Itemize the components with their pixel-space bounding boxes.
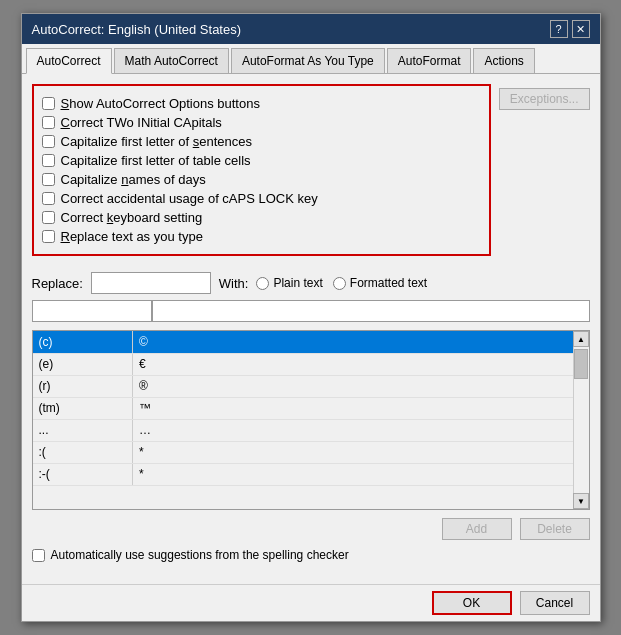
tab-content: Show AutoCorrect Options buttons Correct… <box>22 74 600 584</box>
delete-button[interactable]: Delete <box>520 518 590 540</box>
options-box: Show AutoCorrect Options buttons Correct… <box>32 84 491 256</box>
exceptions-button[interactable]: Exceptions... <box>499 88 590 110</box>
tab-actions[interactable]: Actions <box>473 48 534 73</box>
title-bar-buttons: ? ✕ <box>550 20 590 38</box>
footer-check-row: Automatically use suggestions from the s… <box>32 548 590 562</box>
cancel-button[interactable]: Cancel <box>520 591 590 615</box>
table-row[interactable]: :(* <box>33 441 573 463</box>
caps-lock-label: Correct accidental usage of cAPS LOCK ke… <box>61 191 318 206</box>
scroll-up-arrow[interactable]: ▲ <box>573 331 589 347</box>
replace-value-input[interactable] <box>32 300 152 322</box>
tab-bar: AutoCorrect Math AutoCorrect AutoFormat … <box>22 44 600 74</box>
ok-button[interactable]: OK <box>432 591 512 615</box>
scrollbar[interactable]: ▲ ▼ <box>573 331 589 509</box>
capitalize-sentences-checkbox[interactable] <box>42 135 55 148</box>
capitalize-table-checkbox[interactable] <box>42 154 55 167</box>
option-row-0: Show AutoCorrect Options buttons <box>42 96 481 111</box>
scroll-down-arrow[interactable]: ▼ <box>573 493 589 509</box>
plain-text-radio-label: Plain text <box>256 276 322 290</box>
plain-text-label: Plain text <box>273 276 322 290</box>
option-row-1: Correct TWo INitial CApitals <box>42 115 481 130</box>
with-label: With: <box>219 276 249 291</box>
table-row[interactable]: (tm)™ <box>33 397 573 419</box>
scroll-thumb[interactable] <box>574 349 588 379</box>
correct-two-initials-checkbox[interactable] <box>42 116 55 129</box>
keyboard-setting-checkbox[interactable] <box>42 211 55 224</box>
bottom-buttons: OK Cancel <box>22 584 600 621</box>
show-autocorrect-label: Show AutoCorrect Options buttons <box>61 96 260 111</box>
option-row-6: Correct keyboard setting <box>42 210 481 225</box>
formatted-text-radio[interactable] <box>333 277 346 290</box>
tab-autoformat[interactable]: AutoFormat <box>387 48 472 73</box>
replace-table-container: (c)©(e)€(r)®(tm)™...…:(*:-(* ▲ ▼ <box>32 330 590 510</box>
tab-autocorrect[interactable]: AutoCorrect <box>26 48 112 74</box>
replace-text-label: Replace text as you type <box>61 229 203 244</box>
tab-autoformat-as-you-type[interactable]: AutoFormat As You Type <box>231 48 385 73</box>
replace-input[interactable] <box>91 272 211 294</box>
formatted-text-label: Formatted text <box>350 276 427 290</box>
option-row-3: Capitalize first letter of table cells <box>42 153 481 168</box>
option-row-4: Capitalize names of days <box>42 172 481 187</box>
close-button[interactable]: ✕ <box>572 20 590 38</box>
formatted-text-radio-label: Formatted text <box>333 276 427 290</box>
add-button[interactable]: Add <box>442 518 512 540</box>
title-bar: AutoCorrect: English (United States) ? ✕ <box>22 14 600 44</box>
autocorrect-dialog: AutoCorrect: English (United States) ? ✕… <box>21 13 601 622</box>
replace-table: (c)©(e)€(r)®(tm)™...…:(*:-(* <box>33 331 573 486</box>
radio-group: Plain text Formatted text <box>256 276 427 290</box>
table-row[interactable]: :-(* <box>33 463 573 485</box>
table-row[interactable]: (c)© <box>33 331 573 353</box>
replace-text-checkbox[interactable] <box>42 230 55 243</box>
caps-lock-checkbox[interactable] <box>42 192 55 205</box>
option-row-2: Capitalize first letter of sentences <box>42 134 481 149</box>
capitalize-sentences-label: Capitalize first letter of sentences <box>61 134 252 149</box>
tab-math-autocorrect[interactable]: Math AutoCorrect <box>114 48 229 73</box>
option-row-7: Replace text as you type <box>42 229 481 244</box>
action-row: Add Delete <box>32 518 590 540</box>
replace-label: Replace: <box>32 276 83 291</box>
help-button[interactable]: ? <box>550 20 568 38</box>
capitalize-days-checkbox[interactable] <box>42 173 55 186</box>
table-row[interactable]: ...… <box>33 419 573 441</box>
show-autocorrect-checkbox[interactable] <box>42 97 55 110</box>
table-scroll-area[interactable]: (c)©(e)€(r)®(tm)™...…:(*:-(* <box>33 331 573 509</box>
spelling-suggestions-checkbox[interactable] <box>32 549 45 562</box>
table-row[interactable]: (r)® <box>33 375 573 397</box>
correct-two-initials-label: Correct TWo INitial CApitals <box>61 115 222 130</box>
dialog-title: AutoCorrect: English (United States) <box>32 22 242 37</box>
replace-row: Replace: With: Plain text Formatted text <box>32 272 590 294</box>
with-value-input[interactable] <box>152 300 590 322</box>
capitalize-days-label: Capitalize names of days <box>61 172 206 187</box>
table-row[interactable]: (e)€ <box>33 353 573 375</box>
capitalize-table-label: Capitalize first letter of table cells <box>61 153 251 168</box>
spelling-suggestions-label: Automatically use suggestions from the s… <box>51 548 349 562</box>
plain-text-radio[interactable] <box>256 277 269 290</box>
option-row-5: Correct accidental usage of cAPS LOCK ke… <box>42 191 481 206</box>
keyboard-setting-label: Correct keyboard setting <box>61 210 203 225</box>
